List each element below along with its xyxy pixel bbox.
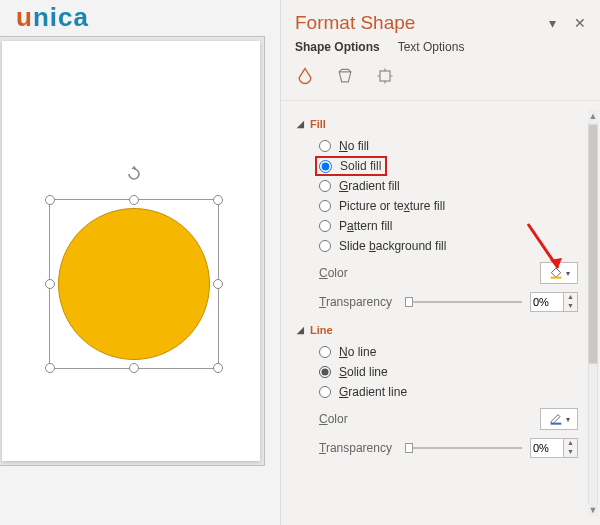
chevron-down-icon: ▾ <box>566 415 570 424</box>
section-line-label: Line <box>310 324 333 336</box>
tab-shape-options[interactable]: Shape Options <box>295 40 380 58</box>
resize-handle-se[interactable] <box>213 363 223 373</box>
paint-bucket-icon <box>548 264 564 283</box>
circle-shape[interactable] <box>58 208 210 360</box>
svg-rect-0 <box>380 71 390 81</box>
pane-title: Format Shape <box>295 12 415 34</box>
option-no-line[interactable]: No line <box>295 342 578 362</box>
radio-no-fill[interactable] <box>319 140 331 152</box>
radio-solid-fill[interactable] <box>319 160 332 173</box>
pane-tabs: Shape Options Text Options <box>281 38 600 58</box>
size-properties-icon[interactable] <box>375 66 395 90</box>
line-transparency-label: Transparency <box>319 441 405 455</box>
collapse-caret-icon: ◢ <box>297 119 304 129</box>
fill-color-row: Color ▾ <box>295 256 578 286</box>
resize-handle-sw[interactable] <box>45 363 55 373</box>
effects-icon[interactable] <box>335 66 355 90</box>
logo-letter-u: u <box>16 2 33 32</box>
fill-transparency-spinner[interactable]: ▲▼ <box>530 292 578 312</box>
slide-page[interactable] <box>2 41 260 461</box>
scrollbar-thumb[interactable] <box>588 124 598 364</box>
label-solid-fill: Solid fill <box>340 159 381 173</box>
fill-transparency-row: Transparency ▲▼ <box>295 286 578 314</box>
fill-color-label: Color <box>319 266 405 280</box>
svg-rect-1 <box>551 276 562 278</box>
pane-scroll-area: ◢ Fill No fill Solid fill Gradient fill … <box>281 108 588 525</box>
option-picture-fill[interactable]: Picture or texture fill <box>295 196 578 216</box>
scrollbar-down-arrow-icon[interactable]: ▼ <box>588 504 598 516</box>
label-no-line: No line <box>339 345 376 359</box>
label-picture-fill: Picture or texture fill <box>339 199 445 213</box>
section-fill-header[interactable]: ◢ Fill <box>297 118 578 130</box>
fill-color-button[interactable]: ▾ <box>540 262 578 284</box>
slider-thumb[interactable] <box>405 297 413 307</box>
resize-handle-n[interactable] <box>129 195 139 205</box>
option-gradient-fill[interactable]: Gradient fill <box>295 176 578 196</box>
scrollbar-up-arrow-icon[interactable]: ▲ <box>588 110 598 122</box>
fill-transparency-label: Transparency <box>319 295 405 309</box>
fill-line-icon[interactable] <box>295 66 315 90</box>
line-color-row: Color ▾ <box>295 402 578 432</box>
radio-pattern-fill[interactable] <box>319 220 331 232</box>
svg-rect-2 <box>551 422 562 424</box>
radio-gradient-fill[interactable] <box>319 180 331 192</box>
line-transparency-input[interactable] <box>530 438 564 458</box>
collapse-caret-icon: ◢ <box>297 325 304 335</box>
line-color-label: Color <box>319 412 405 426</box>
resize-handle-s[interactable] <box>129 363 139 373</box>
option-gradient-line[interactable]: Gradient line <box>295 382 578 402</box>
pane-scrollbar[interactable]: ▲ ▼ <box>588 110 598 516</box>
logo-rest: nica <box>33 2 89 32</box>
radio-no-line[interactable] <box>319 346 331 358</box>
logo: unica <box>16 2 89 33</box>
line-color-button[interactable]: ▾ <box>540 408 578 430</box>
pen-icon <box>548 410 564 429</box>
option-pattern-fill[interactable]: Pattern fill <box>295 216 578 236</box>
fill-transparency-slider[interactable] <box>405 301 522 303</box>
radio-gradient-line[interactable] <box>319 386 331 398</box>
pane-menu-dropdown-icon[interactable]: ▾ <box>549 15 556 31</box>
label-gradient-line: Gradient line <box>339 385 407 399</box>
option-solid-fill-highlighted[interactable]: Solid fill <box>315 156 387 176</box>
line-transparency-spinner[interactable]: ▲▼ <box>530 438 578 458</box>
option-slide-bg-fill[interactable]: Slide background fill <box>295 236 578 256</box>
section-fill-label: Fill <box>310 118 326 130</box>
format-shape-pane: Format Shape ▾ ✕ Shape Options Text Opti… <box>280 0 600 525</box>
resize-handle-nw[interactable] <box>45 195 55 205</box>
resize-handle-e[interactable] <box>213 279 223 289</box>
radio-slide-bg-fill[interactable] <box>319 240 331 252</box>
close-icon[interactable]: ✕ <box>574 15 586 31</box>
slider-thumb[interactable] <box>405 443 413 453</box>
section-line-header[interactable]: ◢ Line <box>297 324 578 336</box>
line-transparency-row: Transparency ▲▼ <box>295 432 578 460</box>
radio-solid-line[interactable] <box>319 366 331 378</box>
slide-canvas[interactable] <box>0 36 265 466</box>
option-no-fill[interactable]: No fill <box>295 136 578 156</box>
fill-transparency-input[interactable] <box>530 292 564 312</box>
selection-box[interactable] <box>49 199 219 369</box>
spinner-arrows[interactable]: ▲▼ <box>564 292 578 312</box>
label-solid-line: Solid line <box>339 365 388 379</box>
rotate-handle[interactable] <box>124 164 144 184</box>
spinner-arrows[interactable]: ▲▼ <box>564 438 578 458</box>
label-no-fill: No fill <box>339 139 369 153</box>
resize-handle-w[interactable] <box>45 279 55 289</box>
pane-header: Format Shape ▾ ✕ <box>281 0 600 38</box>
resize-handle-ne[interactable] <box>213 195 223 205</box>
label-gradient-fill: Gradient fill <box>339 179 400 193</box>
label-slide-bg-fill: Slide background fill <box>339 239 446 253</box>
label-pattern-fill: Pattern fill <box>339 219 392 233</box>
chevron-down-icon: ▾ <box>566 269 570 278</box>
line-transparency-slider[interactable] <box>405 447 522 449</box>
tab-text-options[interactable]: Text Options <box>398 40 465 58</box>
radio-picture-fill[interactable] <box>319 200 331 212</box>
option-solid-line[interactable]: Solid line <box>295 362 578 382</box>
category-icons <box>281 58 600 101</box>
